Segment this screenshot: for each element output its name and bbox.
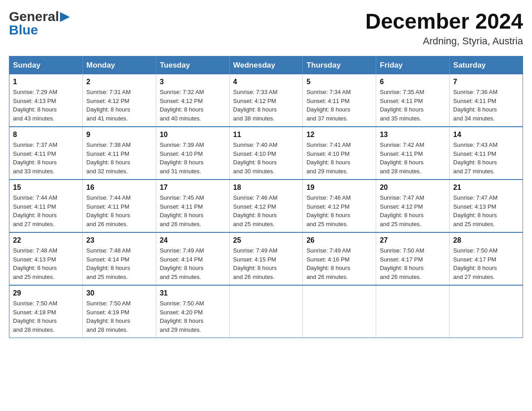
day-info: Sunrise: 7:37 AM Sunset: 4:11 PM Dayligh… [13,141,79,176]
day-info: Sunrise: 7:50 AM Sunset: 4:20 PM Dayligh… [160,299,226,334]
calendar-cell: 23 Sunrise: 7:48 AM Sunset: 4:14 PM Dayl… [82,232,156,285]
calendar-cell: 7 Sunrise: 7:36 AM Sunset: 4:11 PM Dayli… [450,74,523,127]
day-number: 25 [233,236,299,244]
day-info: Sunrise: 7:33 AM Sunset: 4:12 PM Dayligh… [233,88,299,123]
day-info: Sunrise: 7:34 AM Sunset: 4:11 PM Dayligh… [306,88,372,123]
logo-text-blue: Blue [9,22,38,38]
calendar-cell: 17 Sunrise: 7:45 AM Sunset: 4:11 PM Dayl… [156,180,229,232]
day-info: Sunrise: 7:32 AM Sunset: 4:12 PM Dayligh… [160,88,226,123]
month-title: December 2024 [365,9,523,34]
day-number: 12 [306,131,372,139]
calendar-cell: 26 Sunrise: 7:49 AM Sunset: 4:16 PM Dayl… [303,232,376,285]
calendar-cell: 24 Sunrise: 7:49 AM Sunset: 4:14 PM Dayl… [156,232,229,285]
day-info: Sunrise: 7:41 AM Sunset: 4:10 PM Dayligh… [306,141,372,176]
calendar-cell [303,285,376,338]
day-number: 5 [306,78,372,86]
calendar-cell: 31 Sunrise: 7:50 AM Sunset: 4:20 PM Dayl… [156,285,229,338]
calendar-cell: 14 Sunrise: 7:43 AM Sunset: 4:11 PM Dayl… [450,127,523,180]
calendar-week-row: 1 Sunrise: 7:29 AM Sunset: 4:13 PM Dayli… [9,74,523,127]
calendar-week-row: 15 Sunrise: 7:44 AM Sunset: 4:11 PM Dayl… [9,180,523,232]
day-info: Sunrise: 7:35 AM Sunset: 4:11 PM Dayligh… [380,88,446,123]
day-info: Sunrise: 7:42 AM Sunset: 4:11 PM Dayligh… [380,141,446,176]
day-number: 1 [13,78,79,86]
day-number: 20 [380,184,446,192]
day-info: Sunrise: 7:40 AM Sunset: 4:10 PM Dayligh… [233,141,299,176]
calendar-cell: 13 Sunrise: 7:42 AM Sunset: 4:11 PM Dayl… [376,127,450,180]
calendar-cell: 6 Sunrise: 7:35 AM Sunset: 4:11 PM Dayli… [376,74,450,127]
calendar-week-row: 8 Sunrise: 7:37 AM Sunset: 4:11 PM Dayli… [9,127,523,180]
calendar-cell: 16 Sunrise: 7:44 AM Sunset: 4:11 PM Dayl… [82,180,156,232]
day-info: Sunrise: 7:44 AM Sunset: 4:11 PM Dayligh… [13,193,79,228]
day-info: Sunrise: 7:43 AM Sunset: 4:11 PM Dayligh… [453,141,519,176]
day-info: Sunrise: 7:45 AM Sunset: 4:11 PM Dayligh… [160,193,226,228]
col-sunday: Sunday [9,56,83,75]
day-number: 24 [160,236,226,244]
day-number: 27 [380,236,446,244]
day-info: Sunrise: 7:46 AM Sunset: 4:12 PM Dayligh… [233,193,299,228]
day-number: 16 [86,184,152,192]
day-number: 18 [233,184,299,192]
calendar-week-row: 29 Sunrise: 7:50 AM Sunset: 4:18 PM Dayl… [9,285,523,338]
day-number: 3 [160,78,226,86]
calendar-table: Sunday Monday Tuesday Wednesday Thursday… [9,56,523,338]
calendar-cell: 10 Sunrise: 7:39 AM Sunset: 4:10 PM Dayl… [156,127,229,180]
day-info: Sunrise: 7:46 AM Sunset: 4:12 PM Dayligh… [306,193,372,228]
logo-text-general: General [9,9,59,24]
calendar-cell: 5 Sunrise: 7:34 AM Sunset: 4:11 PM Dayli… [303,74,376,127]
day-info: Sunrise: 7:39 AM Sunset: 4:10 PM Dayligh… [160,141,226,176]
day-number: 19 [306,184,372,192]
calendar-cell: 27 Sunrise: 7:50 AM Sunset: 4:17 PM Dayl… [376,232,450,285]
day-number: 30 [86,289,152,297]
day-info: Sunrise: 7:48 AM Sunset: 4:14 PM Dayligh… [86,246,152,281]
calendar-cell: 21 Sunrise: 7:47 AM Sunset: 4:13 PM Dayl… [450,180,523,232]
day-number: 11 [233,131,299,139]
day-number: 23 [86,236,152,244]
col-thursday: Thursday [303,56,376,75]
calendar-cell: 25 Sunrise: 7:49 AM Sunset: 4:15 PM Dayl… [229,232,303,285]
location-subtitle: Ardning, Styria, Austria [365,35,523,47]
day-number: 15 [13,184,79,192]
day-info: Sunrise: 7:49 AM Sunset: 4:16 PM Dayligh… [306,246,372,281]
calendar-cell: 29 Sunrise: 7:50 AM Sunset: 4:18 PM Dayl… [9,285,83,338]
calendar-cell: 30 Sunrise: 7:50 AM Sunset: 4:19 PM Dayl… [82,285,156,338]
calendar-week-row: 22 Sunrise: 7:48 AM Sunset: 4:13 PM Dayl… [9,232,523,285]
calendar-cell: 20 Sunrise: 7:47 AM Sunset: 4:12 PM Dayl… [376,180,450,232]
day-number: 2 [86,78,152,86]
calendar-cell: 4 Sunrise: 7:33 AM Sunset: 4:12 PM Dayli… [229,74,303,127]
calendar-cell [229,285,303,338]
day-info: Sunrise: 7:47 AM Sunset: 4:12 PM Dayligh… [380,193,446,228]
day-info: Sunrise: 7:50 AM Sunset: 4:17 PM Dayligh… [453,246,519,281]
day-info: Sunrise: 7:48 AM Sunset: 4:13 PM Dayligh… [13,246,79,281]
day-number: 4 [233,78,299,86]
calendar-cell: 2 Sunrise: 7:31 AM Sunset: 4:12 PM Dayli… [82,74,156,127]
day-number: 21 [453,184,519,192]
calendar-cell: 28 Sunrise: 7:50 AM Sunset: 4:17 PM Dayl… [450,232,523,285]
svg-marker-0 [60,12,70,22]
day-info: Sunrise: 7:31 AM Sunset: 4:12 PM Dayligh… [86,88,152,123]
calendar-cell: 1 Sunrise: 7:29 AM Sunset: 4:13 PM Dayli… [9,74,83,127]
calendar-cell: 9 Sunrise: 7:38 AM Sunset: 4:11 PM Dayli… [82,127,156,180]
day-info: Sunrise: 7:50 AM Sunset: 4:19 PM Dayligh… [86,299,152,334]
day-info: Sunrise: 7:50 AM Sunset: 4:18 PM Dayligh… [13,299,79,334]
calendar-cell: 8 Sunrise: 7:37 AM Sunset: 4:11 PM Dayli… [9,127,83,180]
calendar-cell: 3 Sunrise: 7:32 AM Sunset: 4:12 PM Dayli… [156,74,229,127]
day-info: Sunrise: 7:44 AM Sunset: 4:11 PM Dayligh… [86,193,152,228]
calendar-cell: 12 Sunrise: 7:41 AM Sunset: 4:10 PM Dayl… [303,127,376,180]
day-number: 22 [13,236,79,244]
logo: General Blue [9,9,70,38]
col-wednesday: Wednesday [229,56,303,75]
day-number: 28 [453,236,519,244]
col-monday: Monday [82,56,156,75]
calendar-cell: 11 Sunrise: 7:40 AM Sunset: 4:10 PM Dayl… [229,127,303,180]
calendar-cell: 22 Sunrise: 7:48 AM Sunset: 4:13 PM Dayl… [9,232,83,285]
day-info: Sunrise: 7:47 AM Sunset: 4:13 PM Dayligh… [453,193,519,228]
logo-arrow-icon [60,12,70,22]
day-number: 14 [453,131,519,139]
day-number: 29 [13,289,79,297]
day-info: Sunrise: 7:49 AM Sunset: 4:15 PM Dayligh… [233,246,299,281]
calendar-cell [450,285,523,338]
col-tuesday: Tuesday [156,56,229,75]
day-number: 13 [380,131,446,139]
day-number: 9 [86,131,152,139]
day-info: Sunrise: 7:38 AM Sunset: 4:11 PM Dayligh… [86,141,152,176]
